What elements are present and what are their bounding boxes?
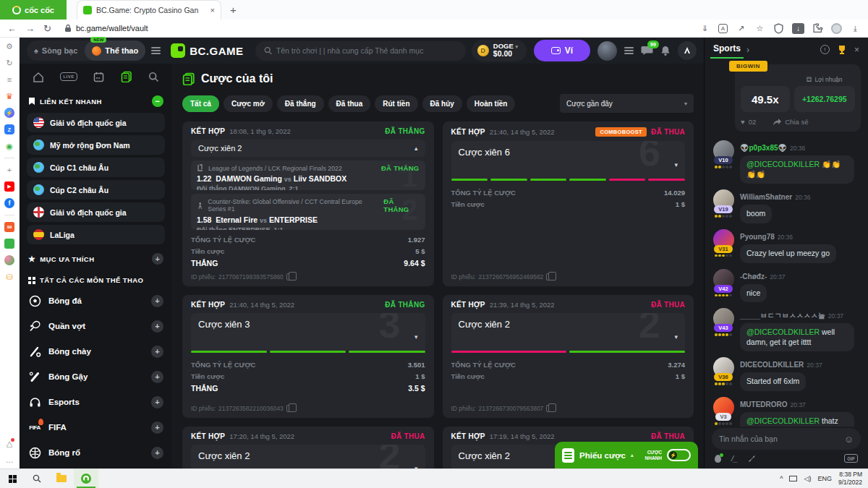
history-icon[interactable]: ↻ [4,58,14,68]
quick-link-item[interactable]: Giải vô địch quốc gia [27,202,165,222]
sidebar-item-tennis[interactable]: Quần vợt + [27,315,165,337]
balance-pill[interactable]: D DOGE ▾ $0.00 [472,40,527,61]
sidebar-item-cricket[interactable]: Bóng Gậy + [27,366,165,388]
file-explorer-icon[interactable] [49,469,74,488]
home-icon[interactable] [33,72,44,82]
notification-bell-icon[interactable]: △ [4,438,14,448]
chevron-right-icon[interactable]: › [746,45,749,55]
filter-refund[interactable]: Hoàn tiền [467,95,516,112]
my-bets-icon[interactable] [121,71,132,82]
emoji-icon[interactable]: ☺ [844,434,854,445]
bet-expand-toggle[interactable]: Cược xiên 2 2 ▾ [451,313,686,351]
facebook-icon[interactable]: f [4,198,14,208]
gif-icon[interactable]: GIF [844,454,858,463]
collapse-quick-links-button[interactable]: − [152,95,163,107]
messenger-icon[interactable]: ⚡ [4,108,14,118]
sports-partner-logo-icon[interactable] [678,41,697,60]
bet-expand-toggle[interactable]: Cược xiên 6 6 ▾ [451,141,686,179]
username[interactable]: -Chøđz- [740,273,767,281]
forward-button[interactable]: → [25,23,35,34]
chat-bubble-icon[interactable]: 99 [641,46,653,56]
filter-won[interactable]: Đã thắng [277,95,324,112]
language-indicator[interactable]: ENG [817,475,832,482]
share-icon[interactable]: ↗ [736,23,746,34]
game-search[interactable] [255,41,466,61]
bcgame-logo[interactable]: BC.GAME [171,43,243,58]
settings-gear-icon[interactable]: ⚙ [4,41,14,51]
chat-input[interactable]: ☺ [712,428,861,450]
quick-link-item[interactable]: Mỹ mở rộng Đơn Nam [27,135,165,155]
taskbar-clock[interactable]: 8:38 PM 9/1/2022 [838,471,862,486]
bet-expand-toggle[interactable]: Cược xiên 2 ▴ [191,140,425,157]
expand-sport-button[interactable]: + [151,371,163,383]
download-manager-icon[interactable]: ↓ [792,23,804,34]
live-icon[interactable]: LIVE [60,72,77,81]
sidebar-search-icon[interactable] [148,72,159,82]
filter-lost[interactable]: Đã thua [328,95,371,112]
header-menu-icon[interactable] [151,47,161,54]
more-icon[interactable]: … [4,455,14,465]
filter-all[interactable]: Tất cả [182,95,219,112]
username[interactable]: DICECOLDKILLER [740,361,804,369]
downloads-icon[interactable]: ⤓ [850,23,861,34]
username[interactable]: MUTEDRORO [740,401,788,408]
browser-profile-avatar[interactable] [831,23,842,34]
start-button[interactable] [0,469,25,488]
quick-link-item[interactable]: Cúp C1 châu Âu [27,158,165,177]
shield-icon[interactable] [773,23,784,34]
commands-icon[interactable]: /_ [731,454,738,463]
tab-casino[interactable]: ♠ Sòng bạc [27,46,85,55]
expand-sport-button[interactable]: + [151,295,163,307]
add-icon[interactable]: + [4,165,14,175]
heart-icon[interactable]: ♥ [741,118,745,126]
shop99-icon[interactable]: 99 [4,222,14,232]
trophy-icon[interactable] [837,45,847,55]
bet-expand-toggle[interactable]: Cược xiên 3 3 ▾ [191,313,425,351]
sidebar-item-basketball[interactable]: Bóng rổ + [27,442,165,463]
zalo-icon[interactable]: Z [4,124,14,134]
username[interactable]: 👽p0p3x85👽 [740,144,787,152]
sidebar-item-fifa[interactable]: FIFA FIFA + [27,416,165,438]
expand-sport-button[interactable]: + [151,320,163,333]
tab-sports[interactable]: NEW Thể thao [85,40,145,61]
crown-hot-icon[interactable]: ♛ [4,91,14,101]
reload-button[interactable]: ↻ [43,23,51,34]
username[interactable]: WilliamShatner [740,193,792,201]
quick-link-item[interactable]: Giải vô địch quốc gia [27,113,165,132]
quick-link-item[interactable]: LaLiga [27,225,165,244]
bet-expand-toggle[interactable]: Cược xiên 2 2 ▾ [191,445,425,468]
extensions-puzzle-icon[interactable] [812,23,823,34]
rain-icon[interactable] [715,455,721,463]
expand-sport-button[interactable]: + [151,447,163,459]
info-icon[interactable]: ! [820,45,830,54]
mention[interactable]: @DICECOLDKILLER [746,416,820,425]
wallet-button[interactable]: Ví [534,40,590,61]
betslip-widget[interactable]: Phiếu cược ▴ CƯỢC NHANH ⚡ [555,442,698,468]
rocket-icon[interactable] [748,455,756,463]
mention[interactable]: @DICECOLDKILLER [746,160,820,168]
app4580-icon[interactable] [4,239,14,249]
taskbar-search-icon[interactable] [25,469,49,488]
filter-cashout[interactable]: Rút tiền [375,95,417,112]
user-menu-icon[interactable] [624,47,634,54]
close-icon[interactable]: × [854,45,859,55]
expand-sport-button[interactable]: + [151,396,163,408]
share-label[interactable]: Chia sẻ [785,118,808,126]
pingpong-icon[interactable] [4,255,14,265]
calendar-icon[interactable] [93,72,104,82]
tray-expand-icon[interactable]: ^ [780,475,783,482]
coccoc-taskbar-icon[interactable] [74,469,98,488]
sort-dropdown[interactable]: Cược gần đây ▾ [560,94,694,113]
cart-icon[interactable]: ⛁ [4,272,14,282]
bookmark-star-icon[interactable]: ☆ [754,23,765,34]
volume-icon[interactable]: ◁) [804,475,811,482]
share-arrow-icon[interactable] [773,119,781,126]
copy-icon[interactable] [286,273,293,281]
user-avatar[interactable] [597,41,617,61]
quick-bet-toggle[interactable]: ⚡ [667,449,691,461]
username[interactable]: Pyoung78 [740,233,775,241]
new-tab-button[interactable]: + [221,0,245,20]
expand-sport-button[interactable]: + [151,346,163,358]
game-search-input[interactable] [276,46,457,55]
back-button[interactable]: ← [7,23,17,34]
